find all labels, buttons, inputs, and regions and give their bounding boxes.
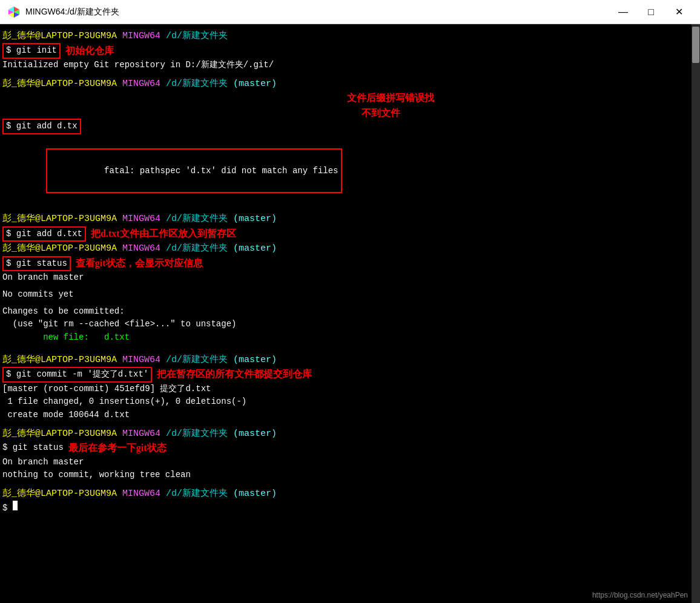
terminal-content: 彭_德华@LAPTOP-P3UGM9A MINGW64 /d/新建文件夹 $ g… (2, 29, 695, 515)
prompt-line-1: 彭_德华@LAPTOP-P3UGM9A MINGW64 /d/新建文件夹 (2, 29, 685, 43)
cmd-line-add-error: $ git add d.tx fatal: pathspec 'd.tx' di… (2, 91, 685, 207)
window-title: MINGW64:/d/新建文件夹 (25, 7, 609, 18)
prompt-line-7: 彭_德华@LAPTOP-P3UGM9A MINGW64 /d/新建文件夹 (ma… (2, 487, 685, 501)
commit-out-1: [master (root-commit) 451efd9] 提交了d.txt (2, 383, 685, 396)
spacer-6 (2, 422, 685, 427)
minimize-button[interactable]: — (609, 2, 637, 22)
annotation-init: 初始化仓库 (65, 44, 114, 59)
git-add-error-cmd: $ git add d.tx (2, 119, 81, 134)
git-commit-cmd: $ git commit -m '提交了d.txt' (2, 367, 152, 383)
cmd-line-status-2: $ git status 最后在参考一下git状态 (2, 441, 685, 456)
cursor-line: $ (2, 501, 685, 515)
scrollbar[interactable] (692, 24, 700, 603)
scrollbar-thumb[interactable] (692, 27, 699, 63)
spacer-5 (2, 344, 685, 353)
window-controls[interactable]: — □ ✕ (609, 2, 693, 22)
cmd-line-commit: $ git commit -m '提交了d.txt' 把在暂存区的所有文件都提交… (2, 367, 685, 383)
error-block: $ git add d.tx fatal: pathspec 'd.tx' di… (2, 91, 342, 207)
status-out-5: new file: d.txt (2, 331, 685, 344)
final-status-1: On branch master (2, 456, 685, 469)
git-status-cmd-2: $ git status (2, 441, 64, 455)
terminal-window: 彭_德华@LAPTOP-P3UGM9A MINGW64 /d/新建文件夹 $ g… (0, 24, 700, 603)
prompt-line-4: 彭_德华@LAPTOP-P3UGM9A MINGW64 /d/新建文件夹 (ma… (2, 242, 685, 255)
commit-out-3: create mode 100644 d.txt (2, 409, 685, 422)
cmd-line-init: $ git init 初始化仓库 (2, 43, 685, 59)
prompt-line-6: 彭_德华@LAPTOP-P3UGM9A MINGW64 /d/新建文件夹 (ma… (2, 427, 685, 441)
init-output: Initialized empty Git repository in D:/新… (2, 59, 685, 72)
cmd-line-add-txt: $ git add d.txt 把d.txt文件由工作区放入到暂存区 (2, 226, 685, 242)
annotation-status: 查看git状态，会显示对应信息 (76, 256, 203, 271)
prompt-line-5: 彭_德华@LAPTOP-P3UGM9A MINGW64 /d/新建文件夹 (ma… (2, 353, 685, 367)
footer-url: https://blog.csdn.net/yeahPen (592, 590, 688, 601)
spacer-2 (2, 207, 685, 212)
prompt-line-3: 彭_德华@LAPTOP-P3UGM9A MINGW64 /d/新建文件夹 (ma… (2, 212, 685, 226)
terminal-cursor (13, 501, 18, 510)
prompt-user-1: 彭_德华@LAPTOP-P3UGM9A (2, 29, 117, 43)
git-status-cmd: $ git status (2, 256, 71, 272)
status-out-1: On branch master (2, 271, 685, 285)
git-add-txt-cmd: $ git add d.txt (2, 226, 86, 242)
prompt-app-1: MINGW64 (122, 29, 160, 43)
status-out-3: Changes to be committed: (2, 305, 685, 318)
annotation-add: 把d.txt文件由工作区放入到暂存区 (91, 226, 236, 242)
status-out-4: (use "git rm --cached <file>..." to unst… (2, 318, 685, 331)
maximize-button[interactable]: □ (637, 2, 665, 22)
prompt-line-2: 彭_德华@LAPTOP-P3UGM9A MINGW64 /d/新建文件夹 (ma… (2, 77, 685, 91)
annotation-error-1: 文件后缀拼写错误找 (347, 91, 434, 106)
final-status-2: nothing to commit, working tree clean (2, 469, 685, 482)
annotation-commit: 把在暂存区的所有文件都提交到仓库 (157, 367, 312, 382)
annotation-error-2: 不到文件 (347, 106, 434, 121)
annotation-status-2: 最后在参考一下git状态 (68, 441, 167, 456)
git-init-cmd: $ git init (2, 43, 61, 59)
cmd-line-status-1: $ git status 查看git状态，会显示对应信息 (2, 256, 685, 272)
status-out-2: No commits yet (2, 288, 685, 302)
app-icon (7, 5, 21, 19)
prompt-path-1: /d/新建文件夹 (166, 29, 228, 43)
fatal-output: fatal: pathspec 'd.tx' did not match any… (46, 148, 342, 193)
close-button[interactable]: ✕ (665, 2, 693, 22)
spacer-1 (2, 72, 685, 77)
titlebar: MINGW64:/d/新建文件夹 — □ ✕ (0, 0, 700, 24)
spacer-7 (2, 482, 685, 487)
commit-out-2: 1 file changed, 0 insertions(+), 0 delet… (2, 395, 685, 409)
